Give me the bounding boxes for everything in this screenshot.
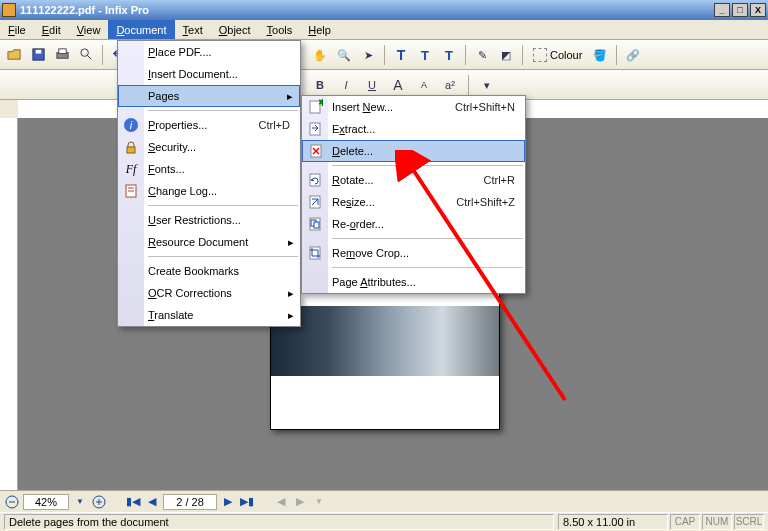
menu-divider xyxy=(148,256,298,257)
next-page-button[interactable]: ▶ xyxy=(220,494,236,510)
menu-item-label: Page Attributes... xyxy=(332,276,416,288)
print-icon[interactable] xyxy=(52,45,72,65)
pages-menu-insert-new[interactable]: ✱Insert New...Ctrl+Shift+N xyxy=(302,96,525,118)
separator xyxy=(102,45,103,65)
doc-menu-pages[interactable]: Pages▸ xyxy=(118,85,300,107)
hand-icon[interactable]: ✋ xyxy=(310,45,330,65)
underline-icon[interactable]: U xyxy=(362,75,382,95)
search-replace-icon[interactable] xyxy=(76,45,96,65)
menu-tools[interactable]: Tools xyxy=(259,20,301,39)
doc-menu-translate[interactable]: Translate▸ xyxy=(118,304,300,326)
superscript-icon[interactable]: a² xyxy=(440,75,460,95)
info-icon: i xyxy=(122,116,140,134)
menu-edit[interactable]: Edit xyxy=(34,20,69,39)
doc-menu-change-log[interactable]: Change Log... xyxy=(118,180,300,202)
doc-menu-properties[interactable]: iProperties...Ctrl+D xyxy=(118,114,300,136)
separator xyxy=(468,75,469,95)
doc-menu-create-bookmarks[interactable]: Create Bookmarks xyxy=(118,260,300,282)
text-frame-icon[interactable]: T xyxy=(415,45,435,65)
doc-menu-resource-document[interactable]: Resource Document▸ xyxy=(118,231,300,253)
view-history-dropdown[interactable]: ▼ xyxy=(311,494,327,510)
zoom-in-button[interactable] xyxy=(91,494,107,510)
separator xyxy=(384,45,385,65)
colour-picker[interactable]: Colour xyxy=(529,48,586,62)
menu-item-label: Place PDF.... xyxy=(148,46,212,58)
menu-view[interactable]: View xyxy=(69,20,109,39)
window-buttons: _ □ X xyxy=(714,3,766,17)
pages-menu-remove-crop[interactable]: Remove Crop... xyxy=(302,242,525,264)
menu-divider xyxy=(148,205,298,206)
submenu-arrow-icon: ▸ xyxy=(288,309,294,322)
zoom-icon[interactable]: 🔍 xyxy=(334,45,354,65)
page-input[interactable] xyxy=(163,494,217,510)
pg-add-icon: ✱ xyxy=(306,98,324,116)
prev-page-button[interactable]: ◀ xyxy=(144,494,160,510)
menu-text[interactable]: Text xyxy=(175,20,211,39)
menu-item-label: Pages xyxy=(148,90,179,102)
more-icon[interactable]: ▾ xyxy=(477,75,497,95)
last-page-button[interactable]: ▶▮ xyxy=(239,494,255,510)
pages-menu-page-attributes[interactable]: Page Attributes... xyxy=(302,271,525,293)
menu-document[interactable]: Document xyxy=(108,20,174,39)
bold-icon[interactable]: B xyxy=(310,75,330,95)
font-selector[interactable] xyxy=(4,75,64,95)
menu-divider xyxy=(332,238,523,239)
svg-point-4 xyxy=(80,49,88,57)
pages-menu-rotate[interactable]: Rotate...Ctrl+R xyxy=(302,169,525,191)
zoom-value[interactable]: 42% xyxy=(23,494,69,510)
doc-menu-place-pdf[interactable]: Place PDF.... xyxy=(118,41,300,63)
nav-bar: 42% ▼ ▮◀ ◀ ▶ ▶▮ ◀ ▶ ▼ xyxy=(0,490,768,512)
doc-menu-fonts[interactable]: FfFonts... xyxy=(118,158,300,180)
first-page-button[interactable]: ▮◀ xyxy=(125,494,141,510)
doc-menu-ocr-corrections[interactable]: OCR Corrections▸ xyxy=(118,282,300,304)
pages-menu-delete[interactable]: Delete... xyxy=(302,140,525,162)
pages-menu-re-order[interactable]: Re-order... xyxy=(302,213,525,235)
pages-menu-resize[interactable]: Resize...Ctrl+Shift+Z xyxy=(302,191,525,213)
open-icon[interactable] xyxy=(4,45,24,65)
pages-submenu: ✱Insert New...Ctrl+Shift+NExtract...Dele… xyxy=(301,95,526,294)
svg-text:✱: ✱ xyxy=(318,99,323,108)
menu-file[interactable]: File xyxy=(0,20,34,39)
menu-item-label: Extract... xyxy=(332,123,375,135)
separator xyxy=(522,45,523,65)
save-icon[interactable] xyxy=(28,45,48,65)
italic-icon[interactable]: I xyxy=(336,75,356,95)
eyedropper-icon[interactable]: ✎ xyxy=(472,45,492,65)
text-tool-icon[interactable]: T xyxy=(391,45,411,65)
doc-menu-user-restrictions[interactable]: User Restrictions... xyxy=(118,209,300,231)
pg-ext-icon xyxy=(306,120,324,138)
zoom-out-button[interactable] xyxy=(4,494,20,510)
menu-item-label: Resource Document xyxy=(148,236,248,248)
menu-object[interactable]: Object xyxy=(211,20,259,39)
ruler-vertical xyxy=(0,100,18,507)
pg-del-icon xyxy=(307,142,325,160)
pg-res-icon xyxy=(306,193,324,211)
large-a-icon[interactable]: A xyxy=(388,75,408,95)
hyperlink-icon[interactable]: 🔗 xyxy=(623,45,643,65)
menu-item-label: Create Bookmarks xyxy=(148,265,239,277)
colour-label: Colour xyxy=(550,49,582,61)
separator xyxy=(465,45,466,65)
svg-rect-14 xyxy=(310,123,320,135)
zoom-dropdown[interactable]: ▼ xyxy=(72,494,88,510)
back-view-button[interactable]: ◀ xyxy=(273,494,289,510)
doc-menu-security[interactable]: Security... xyxy=(118,136,300,158)
caps-indicator: CAP xyxy=(670,514,700,530)
menu-item-label: Insert Document... xyxy=(148,68,238,80)
text-plus-icon[interactable]: T xyxy=(439,45,459,65)
forward-view-button[interactable]: ▶ xyxy=(292,494,308,510)
pointer-icon[interactable]: ➤ xyxy=(358,45,378,65)
fill-icon[interactable]: 🪣 xyxy=(590,45,610,65)
minimize-button[interactable]: _ xyxy=(714,3,730,17)
maximize-button[interactable]: □ xyxy=(732,3,748,17)
pages-menu-extract[interactable]: Extract... xyxy=(302,118,525,140)
doc-menu-insert-document[interactable]: Insert Document... xyxy=(118,63,300,85)
close-button[interactable]: X xyxy=(750,3,766,17)
small-a-icon[interactable]: A xyxy=(414,75,434,95)
menu-item-label: Rotate... xyxy=(332,174,374,186)
menu-help[interactable]: Help xyxy=(300,20,339,39)
menubar: FileEditViewDocumentTextObjectToolsHelp xyxy=(0,20,768,40)
svg-rect-1 xyxy=(35,50,41,54)
crop-icon[interactable]: ◩ xyxy=(496,45,516,65)
ruler-corner xyxy=(0,100,18,118)
